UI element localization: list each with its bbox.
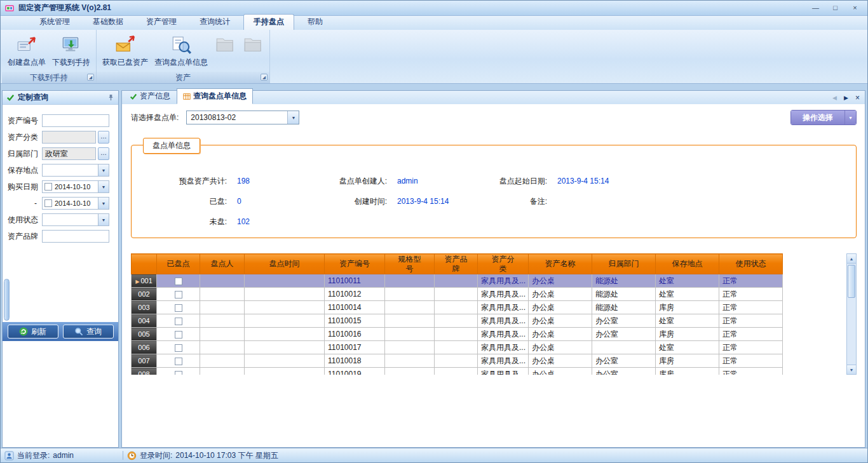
column-header-4[interactable]: 规格型号	[385, 254, 435, 274]
cell-loc: 处室	[656, 314, 719, 328]
stat-label: 盘点单创建人:	[292, 176, 387, 187]
stat-remark: 备注:	[452, 191, 609, 211]
table-row-002[interactable]: 00211010012家具用具及...办公桌能源处处室正常	[132, 288, 783, 301]
row-checkbox[interactable]	[175, 291, 182, 299]
table-vertical-scrollbar[interactable]: ▲ ▼	[846, 253, 857, 375]
column-header-2[interactable]: 盘点时间	[245, 254, 325, 274]
field-label: 资产品牌	[8, 231, 42, 242]
asset-category-lookup-button[interactable]: …	[98, 131, 109, 144]
menu-tab-query-stats[interactable]: 查询统计	[190, 15, 240, 30]
scroll-up-icon[interactable]: ▲	[847, 254, 856, 264]
tab-close-icon[interactable]: ×	[853, 94, 862, 102]
operation-select-button[interactable]: 操作选择 ▼	[790, 110, 857, 125]
dialog-launcher-icon[interactable]: ◢	[261, 74, 268, 81]
query-button[interactable]: 查询	[63, 325, 114, 339]
date-value: 2014-10-10	[55, 199, 95, 207]
department-input[interactable]: 政研室	[42, 147, 96, 160]
dropdown-arrow-icon[interactable]: ▼	[287, 111, 299, 124]
row-checkbox[interactable]	[175, 331, 182, 339]
row-checkbox[interactable]	[175, 344, 182, 352]
inventory-summary-groupbox: 盘点单信息 预盘资产共计: 198 已盘: 0 未盘: 102	[131, 145, 857, 238]
dropdown-arrow-icon[interactable]: ▼	[98, 164, 109, 176]
asset-brand-input[interactable]	[42, 230, 109, 243]
table-row-005[interactable]: 00511010016家具用具及...办公桌办公室库房正常	[132, 328, 783, 341]
table-row-008[interactable]: 00811010019家具用具及...办公桌办公室库房正常	[132, 368, 783, 375]
field-label: -	[8, 199, 42, 208]
checked-cell	[157, 288, 200, 301]
table-row-007[interactable]: 00711010018家具用具及...办公桌办公室库房正常	[132, 354, 783, 368]
pin-icon[interactable]	[107, 94, 114, 101]
purchase-date-from-picker[interactable]: 2014-10-10 ▼	[42, 180, 109, 193]
get-assets-icon	[114, 34, 136, 56]
table-row-006[interactable]: 00611010017家具用具及...办公桌处室正常	[132, 341, 783, 354]
menu-tab-handheld-inventory[interactable]: 手持盘点	[243, 14, 294, 30]
dialog-launcher-icon[interactable]: ◢	[87, 74, 94, 81]
tab-scroll-right-icon[interactable]: ▶	[842, 95, 850, 101]
checked-cell	[157, 274, 200, 288]
minimize-button[interactable]: —	[807, 3, 824, 13]
table-row-003[interactable]: 00311010014家具用具及...办公桌能源处库房正常	[132, 301, 783, 314]
table-row-004[interactable]: 00411010015家具用具及...办公桌办公室处室正常	[132, 314, 783, 328]
column-header-7[interactable]: 资产名称	[529, 254, 592, 274]
column-header-5[interactable]: 资产品牌	[435, 254, 478, 274]
row-checkbox[interactable]	[175, 358, 182, 365]
row-checkbox[interactable]	[175, 318, 182, 325]
department-lookup-button[interactable]: …	[98, 147, 109, 160]
dropdown-arrow-icon[interactable]: ▼	[98, 214, 109, 225]
scroll-down-icon[interactable]: ▼	[847, 365, 856, 374]
sidebar-scrollbar[interactable]	[4, 279, 10, 321]
create-inventory-sheet-button[interactable]: 创建盘点单	[4, 32, 49, 70]
date-checkbox[interactable]	[44, 183, 52, 191]
dropdown-arrow-icon[interactable]: ▼	[98, 181, 109, 192]
dropdown-arrow-icon[interactable]: ▼	[98, 198, 109, 209]
tab-asset-info[interactable]: 资产信息	[123, 88, 177, 104]
refresh-button[interactable]: 刷新	[8, 325, 58, 339]
column-header-8[interactable]: 归属部门	[592, 254, 656, 274]
asset-code-input[interactable]	[42, 114, 109, 127]
location-dropdown[interactable]: ▼	[42, 164, 109, 177]
row-checkbox[interactable]	[175, 371, 182, 375]
inventory-sheet-combobox[interactable]: 20130813-02 ▼	[186, 111, 299, 124]
tab-query-inventory-sheet[interactable]: 查询盘点单信息	[177, 88, 253, 104]
date-checkbox[interactable]	[44, 199, 52, 207]
usage-status-dropdown[interactable]: ▼	[42, 213, 109, 226]
get-counted-assets-button[interactable]: 获取已盘资产	[99, 32, 151, 70]
login-time-label: 登录时间:	[140, 450, 172, 461]
field-label: 归属部门	[8, 149, 42, 159]
cell-loc: 库房	[656, 301, 719, 314]
table-row-001[interactable]: ▶00111010011家具用具及...办公桌能源处处室正常	[132, 274, 783, 288]
menu-tab-system-mgmt[interactable]: 系统管理	[30, 15, 79, 30]
stat-label: 已盘:	[132, 196, 227, 207]
purchase-date-to-picker[interactable]: 2014-10-10 ▼	[42, 197, 109, 210]
download-to-handheld-button[interactable]: 下载到手持	[49, 32, 93, 70]
row-checkbox[interactable]	[175, 304, 182, 312]
row-checkbox[interactable]	[175, 278, 182, 285]
scrollbar-thumb[interactable]	[848, 265, 855, 298]
cell-code: 11010012	[325, 288, 385, 301]
column-header-6[interactable]: 资产分类	[478, 254, 529, 274]
column-header-9[interactable]: 保存地点	[656, 254, 719, 274]
cell-model	[385, 288, 435, 301]
cell-code: 11010014	[325, 301, 385, 314]
menu-tab-asset-mgmt[interactable]: 资产管理	[137, 15, 186, 30]
close-button[interactable]: ×	[846, 3, 864, 13]
dropdown-arrow-icon[interactable]: ▼	[844, 111, 856, 124]
column-header-10[interactable]: 使用状态	[719, 254, 783, 274]
tab-scroll-left-icon[interactable]: ◀	[831, 95, 839, 101]
cell-time	[245, 274, 325, 288]
column-header-0[interactable]: 已盘点	[157, 254, 200, 274]
ribbon-group-download: 创建盘点单 下载到手持 下载到手持 ◢	[2, 30, 97, 83]
operation-select-label[interactable]: 操作选择	[791, 111, 844, 124]
stat-value: admin	[397, 177, 418, 185]
cell-code: 11010019	[325, 368, 385, 375]
asset-category-input[interactable]	[42, 131, 96, 144]
menu-tab-base-data[interactable]: 基础数据	[83, 15, 133, 30]
menu-tab-help[interactable]: 帮助	[298, 15, 332, 30]
stat-total: 预盘资产共计: 198	[132, 171, 292, 191]
clock-icon	[127, 451, 137, 460]
column-header-1[interactable]: 盘点人	[200, 254, 245, 274]
row-number: 005	[138, 330, 149, 338]
maximize-button[interactable]: □	[827, 3, 844, 13]
query-inventory-sheet-button[interactable]: 查询盘点单信息	[151, 32, 211, 70]
column-header-3[interactable]: 资产编号	[325, 254, 385, 274]
